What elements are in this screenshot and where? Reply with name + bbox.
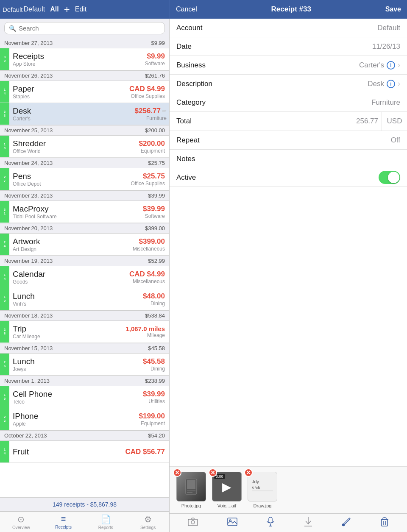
date-row: November 18, 2013 $538.84 [0,310,169,321]
badge: 14 [0,81,9,103]
item-cat: Miscellaneous [133,246,165,252]
category-value: Furniture [231,98,400,107]
date-group: November 15, 2013 $45.58 26 Lunch Joeys … [0,343,169,376]
date-label: November 18, 2013 [4,312,53,319]
tab-bar: ⊙ Overview ≡ Receipts 📄 Reports ⚙ Settin… [0,511,169,532]
cancel-button[interactable]: Cancel [176,6,197,13]
download-button[interactable] [301,515,316,531]
left-nav: Default Default All + Edit [0,0,170,19]
date-total: $200.00 [145,127,165,134]
date-group: November 18, 2013 $538.84 28 Trip Car Mi… [0,310,169,343]
list-item[interactable]: 30 Receipts App Store $9.99 Software [0,48,169,70]
category-row[interactable]: Category Furniture [170,93,407,112]
all-label[interactable]: All [50,6,59,13]
badge: 31 [0,201,9,223]
repeat-row[interactable]: Repeat Off [170,131,407,150]
list-item[interactable]: 31 MacProxy Tidal Pool Software $39.99 S… [0,201,169,223]
remove-audio-button[interactable]: ✕ [209,468,217,477]
search-icon: 🔍 [9,25,16,32]
item-sub: App Store [13,61,115,67]
description-info-icon[interactable]: i [387,80,395,88]
notes-row[interactable]: Notes [170,150,407,168]
badge: 10 [0,288,9,310]
item-sub: Tidal Pool Software [13,214,115,220]
total-row[interactable]: Total 256.77 USD [170,112,407,131]
remove-photo-button[interactable]: ✕ [173,468,181,477]
date-label: November 23, 2013 [4,192,53,199]
camera-button[interactable] [184,516,201,530]
list-item[interactable]: 24 Artwork Art Design $399.00 Miscellane… [0,234,169,256]
attachment-draw[interactable]: ✕ Jdy s∿k Draw.jpg [248,472,277,508]
list-item[interactable]: 14 Calendar Goods CAD $4.99 Miscellaneou… [0,266,169,288]
tab-reports[interactable]: 📄 Reports [85,512,127,532]
item-sub: Apple [13,421,115,427]
tab-receipts[interactable]: ≡ Receipts [42,512,85,532]
tab-settings[interactable]: ⚙ Settings [127,512,169,532]
item-sub: Telco [13,399,115,405]
back-button[interactable]: Default [3,6,23,13]
date-total: $39.99 [148,192,165,199]
remove-draw-button[interactable]: ✕ [244,468,253,477]
back-label: Default [24,6,45,13]
date-group: November 24, 2013 $25.75 27 Pens Office … [0,158,169,190]
svg-text:s∿k: s∿k [252,485,261,490]
date-row: November 20, 2013 $399.00 [0,223,169,234]
right-nav: Cancel Receipt #33 Save [170,0,407,19]
total-currency[interactable]: USD [382,112,407,131]
item-cat: Office Supplies [131,181,165,187]
badge: 24 [0,234,9,255]
item-amount: $39.99 [143,205,165,213]
date-label: November 15, 2013 [4,345,53,351]
account-label: Account [176,24,231,32]
item-cat: Equipment [141,421,165,426]
date-row: November 26, 2013 $261.76 [0,70,169,81]
item-name: Calendar [13,270,115,279]
attachment-photo[interactable]: ✕ Photo.jpg [176,472,206,508]
item-name: Lunch [13,292,115,301]
search-input[interactable] [19,25,160,32]
date-label-detail: Date [176,42,231,51]
item-name: MacProxy [13,204,115,214]
attachment-audio[interactable]: ✕ ▶ 0:00 Voic....aif [212,472,242,508]
list-item[interactable]: 28 Trip Car Mileage 1,067.0 miles Mileag… [0,321,169,343]
edit-button[interactable]: Edit [75,6,87,13]
tab-overview[interactable]: ⊙ Overview [0,512,42,532]
list-item[interactable]: 22 IPhone Apple $199.00 Equipment [0,408,169,430]
search-bar: 🔍 [0,19,169,38]
list-item[interactable]: 14 Paper Staples CAD $4.99 Office Suppli… [0,81,169,103]
account-row[interactable]: Account Default [170,19,407,37]
item-cat: Furniture [146,115,167,121]
list-item[interactable]: 15 Cell Phone Telco $39.99 Utilities [0,386,169,408]
mic-button[interactable] [263,515,278,531]
badge: 28 [0,321,9,343]
list-item[interactable]: 10 Lunch Vinh's $48.00 Dining [0,288,169,310]
list-item[interactable]: 14 Fruit CAD $56.77 [0,441,169,463]
date-group: November 1, 2013 $238.99 15 Cell Phone T… [0,376,169,430]
brush-button[interactable] [338,515,354,531]
item-amount: CAD $56.77 [125,448,165,456]
date-row-detail[interactable]: Date 11/26/13 [170,37,407,56]
business-row[interactable]: Business Carter's i › [170,56,407,75]
save-button[interactable]: Save [385,6,401,13]
description-row[interactable]: Description Desk i › [170,75,407,93]
item-amount: $48.00 [143,292,165,301]
repeat-value: Off [231,136,400,145]
list-item[interactable]: 26 Lunch Joeys $45.58 Dining [0,354,169,376]
list-item[interactable]: 27 Pens Office Depot $25.75 Office Suppl… [0,168,169,190]
item-cat: Utilities [148,398,165,404]
business-info-icon[interactable]: i [387,61,395,70]
active-toggle[interactable] [379,171,400,184]
image-button[interactable] [224,516,241,530]
item-amount: 1,067.0 miles [125,325,165,332]
list-item[interactable]: 33 Desk Carter's $256.77 ✏ Furniture [0,103,169,125]
item-name: IPhone [13,412,115,421]
toggle-knob [388,172,399,183]
date-total: $9.99 [151,40,165,46]
trash-button[interactable] [377,515,392,531]
category-label: Category [176,98,231,107]
overview-icon: ⊙ [17,514,25,524]
date-total: $238.99 [145,378,165,384]
badge: 27 [0,168,9,190]
plus-button[interactable]: + [64,3,70,15]
list-item[interactable]: 10 Shredder Office World $200.00 Equipme… [0,136,169,158]
